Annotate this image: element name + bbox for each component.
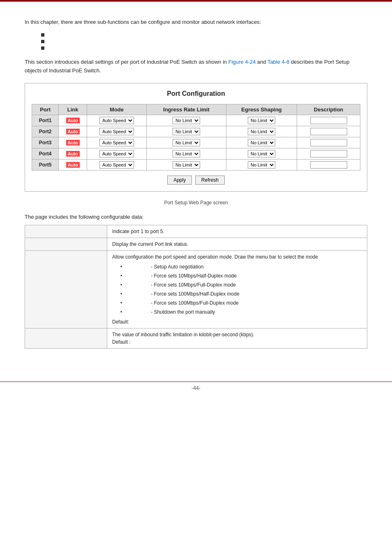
table-row: Port1AutoAuto SpeedNo LimitNo Limit bbox=[32, 115, 360, 126]
field-content: Display the current Port link status. bbox=[107, 238, 367, 251]
table-row: Allow configuration the port speed and o… bbox=[25, 251, 367, 328]
list-item bbox=[41, 40, 367, 43]
col-description: Description bbox=[297, 104, 360, 115]
ingress-select[interactable]: No Limit bbox=[173, 117, 200, 124]
link-cell: Auto bbox=[59, 126, 87, 137]
ingress-select[interactable]: No Limit bbox=[173, 128, 200, 135]
port-cell: Port4 bbox=[32, 148, 59, 160]
description-cell[interactable] bbox=[297, 126, 360, 137]
egress-cell[interactable]: No Limit bbox=[226, 137, 297, 148]
port-cell: Port2 bbox=[32, 126, 59, 137]
ingress-select[interactable]: No Limit bbox=[173, 139, 200, 146]
bullet-icon bbox=[41, 46, 44, 50]
section-intro-text2: and bbox=[257, 59, 267, 65]
egress-select[interactable]: No Limit bbox=[248, 117, 275, 124]
link-status-badge: Auto bbox=[66, 162, 80, 168]
egress-cell[interactable]: No Limit bbox=[226, 115, 297, 126]
ingress-select[interactable]: No Limit bbox=[173, 161, 200, 169]
egress-cell[interactable]: No Limit bbox=[226, 126, 297, 137]
table-row: Port5AutoAuto SpeedNo LimitNo Limit bbox=[32, 160, 360, 171]
description-input[interactable] bbox=[310, 128, 347, 135]
indent-text: - Force sets 100Mbps/Full-Duplex mode bbox=[126, 299, 238, 307]
mode-select[interactable]: Auto Speed bbox=[99, 139, 134, 146]
mode-cell[interactable]: Auto Speed bbox=[87, 115, 147, 126]
indent-text: - Setup Auto negotiation bbox=[126, 263, 203, 271]
nested-list: - Setup Auto negotiation- Force sets 10M… bbox=[120, 263, 362, 316]
nested-list-item: - Force sets 100Mbps/Half-Duplex mode bbox=[120, 290, 362, 298]
mode-cell[interactable]: Auto Speed bbox=[87, 126, 147, 137]
field-intro: Allow configuration the port speed and o… bbox=[112, 253, 362, 261]
table-link[interactable]: Table 4-8 bbox=[267, 59, 289, 65]
table-row: Port4AutoAuto SpeedNo LimitNo Limit bbox=[32, 148, 360, 160]
button-row: Apply Refresh bbox=[32, 176, 360, 185]
table-row: The value of inbound traffic limitation … bbox=[25, 328, 367, 349]
link-status-badge: Auto bbox=[66, 151, 80, 157]
description-cell[interactable] bbox=[297, 148, 360, 160]
link-cell: Auto bbox=[59, 160, 87, 171]
field-label bbox=[25, 238, 107, 251]
section-intro: This section introduces detail settings … bbox=[25, 58, 367, 75]
bullet-icon bbox=[41, 40, 44, 43]
table-row: Port2AutoAuto SpeedNo LimitNo Limit bbox=[32, 126, 360, 137]
description-table: Indicate port 1 to port 5.Display the cu… bbox=[25, 225, 367, 349]
egress-cell[interactable]: No Limit bbox=[226, 160, 297, 171]
col-egress: Egress Shaping bbox=[226, 104, 297, 115]
mode-cell[interactable]: Auto Speed bbox=[87, 160, 147, 171]
col-mode: Mode bbox=[87, 104, 147, 115]
port-cell: Port1 bbox=[32, 115, 59, 126]
port-cell: Port5 bbox=[32, 160, 59, 171]
description-input[interactable] bbox=[310, 117, 347, 124]
mode-cell[interactable]: Auto Speed bbox=[87, 148, 147, 160]
bullet-list bbox=[41, 33, 367, 50]
mode-select[interactable]: Auto Speed bbox=[99, 161, 134, 169]
ingress-cell[interactable]: No Limit bbox=[147, 126, 226, 137]
bullet-icon bbox=[41, 33, 44, 37]
mode-cell[interactable]: Auto Speed bbox=[87, 137, 147, 148]
field-label bbox=[25, 251, 107, 328]
link-status-badge: Auto bbox=[66, 118, 80, 123]
indent-text: - Force sets 10Mbps/Half-Duplex mode bbox=[126, 272, 237, 280]
description-cell[interactable] bbox=[297, 115, 360, 126]
indent-text: - Force sets 100Mbps/Half-Duplex mode bbox=[126, 290, 239, 298]
egress-select[interactable]: No Limit bbox=[248, 161, 275, 169]
refresh-button[interactable]: Refresh bbox=[195, 176, 225, 185]
description-input[interactable] bbox=[310, 150, 347, 157]
link-cell: Auto bbox=[59, 137, 87, 148]
description-cell[interactable] bbox=[297, 160, 360, 171]
section-intro-text1: This section introduces detail settings … bbox=[25, 59, 228, 65]
mode-select[interactable]: Auto Speed bbox=[99, 150, 134, 157]
link-status-badge: Auto bbox=[66, 140, 80, 146]
ingress-cell[interactable]: No Limit bbox=[147, 137, 226, 148]
list-item bbox=[41, 33, 367, 37]
port-config-title: Port Configuration bbox=[32, 90, 360, 97]
link-cell: Auto bbox=[59, 115, 87, 126]
nested-list-item: - Setup Auto negotiation bbox=[120, 263, 362, 271]
figure-link[interactable]: Figure 4-24 bbox=[228, 59, 256, 65]
description-cell[interactable] bbox=[297, 137, 360, 148]
table-row: Port3AutoAuto SpeedNo LimitNo Limit bbox=[32, 137, 360, 148]
nested-list-item: - Force sets 10Mbps/Full-Duplex mode bbox=[120, 281, 362, 289]
ingress-cell[interactable]: No Limit bbox=[147, 148, 226, 160]
main-content: In this chapter, there are three sub-fun… bbox=[0, 2, 392, 377]
field-label bbox=[25, 328, 107, 349]
ingress-cell[interactable]: No Limit bbox=[147, 160, 226, 171]
apply-button[interactable]: Apply bbox=[167, 176, 192, 185]
ingress-cell[interactable]: No Limit bbox=[147, 115, 226, 126]
mode-select[interactable]: Auto Speed bbox=[99, 128, 134, 135]
nested-list-item: - Force sets 100Mbps/Full-Duplex mode bbox=[120, 299, 362, 307]
egress-select[interactable]: No Limit bbox=[248, 128, 275, 135]
mode-select[interactable]: Auto Speed bbox=[99, 117, 134, 124]
description-input[interactable] bbox=[310, 139, 347, 146]
egress-select[interactable]: No Limit bbox=[248, 150, 275, 157]
configurable-intro: The page includes the following configur… bbox=[25, 214, 367, 220]
field-content: The value of inbound traffic limitation … bbox=[107, 328, 367, 349]
egress-cell[interactable]: No Limit bbox=[226, 148, 297, 160]
col-port: Port bbox=[32, 104, 59, 115]
field-content: Allow configuration the port speed and o… bbox=[107, 251, 367, 328]
table-row: Display the current Port link status. bbox=[25, 238, 367, 251]
description-input[interactable] bbox=[310, 161, 347, 169]
ingress-select[interactable]: No Limit bbox=[173, 150, 200, 157]
link-status-badge: Auto bbox=[66, 129, 80, 134]
egress-select[interactable]: No Limit bbox=[248, 139, 275, 146]
indent-text: - Shutdown the port manually bbox=[126, 308, 215, 316]
